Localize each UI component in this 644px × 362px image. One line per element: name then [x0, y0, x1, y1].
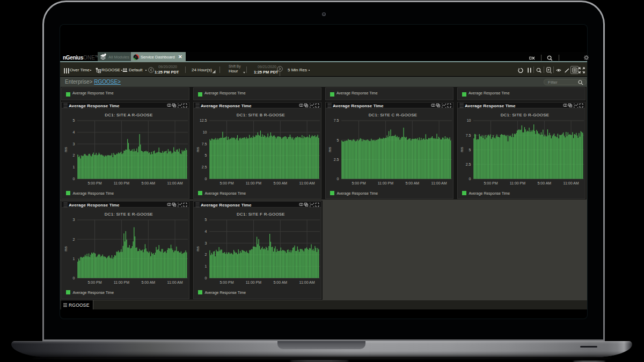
svg-text:0: 0 — [73, 177, 75, 181]
svg-text:DC1: SITE A R-GOOSE: DC1: SITE A R-GOOSE — [105, 113, 152, 117]
svg-text:11:00 PM: 11:00 PM — [114, 280, 130, 284]
svg-text:0: 0 — [205, 276, 207, 280]
svg-text:11:00 PM: 11:00 PM — [378, 181, 394, 185]
svg-text:DC1: SITE B R-GOOSE: DC1: SITE B R-GOOSE — [237, 113, 285, 117]
svg-text:11:00 AM: 11:00 AM — [167, 181, 183, 185]
svg-text:11:00 AM: 11:00 AM — [167, 280, 183, 284]
svg-text:0: 0 — [337, 177, 339, 181]
svg-text:5:00 PM: 5:00 PM — [484, 181, 497, 185]
svg-text:5: 5 — [205, 218, 207, 221]
svg-text:2: 2 — [73, 238, 75, 241]
svg-text:11:00 PM: 11:00 PM — [114, 181, 130, 185]
svg-text:11:00 PM: 11:00 PM — [246, 181, 262, 185]
svg-text:5:00 PM: 5:00 PM — [219, 280, 233, 284]
svg-text:2.5: 2.5 — [202, 165, 207, 169]
svg-text:2.5: 2.5 — [334, 158, 339, 161]
svg-text:11:00 AM: 11:00 AM — [299, 280, 315, 284]
svg-text:4: 4 — [73, 130, 75, 134]
svg-text:7.5: 7.5 — [466, 134, 471, 137]
svg-text:1: 1 — [205, 264, 207, 268]
svg-text:DC1: SITE C R-GOOSE: DC1: SITE C R-GOOSE — [369, 113, 418, 117]
svg-text:2: 2 — [205, 253, 207, 256]
svg-text:5:00 AM: 5:00 AM — [141, 181, 155, 185]
svg-text:3: 3 — [73, 142, 75, 146]
svg-text:0: 0 — [205, 177, 207, 181]
svg-text:4: 4 — [205, 230, 207, 233]
svg-text:11:00 PM: 11:00 PM — [510, 181, 526, 185]
svg-text:5:00 PM: 5:00 PM — [219, 181, 233, 185]
svg-text:Average Response Time: Average Response Time — [205, 191, 246, 196]
svg-text:5:00 AM: 5:00 AM — [405, 181, 419, 185]
svg-text:Average Response Time: Average Response Time — [73, 291, 114, 295]
svg-text:1: 1 — [73, 257, 75, 261]
svg-text:ms: ms — [196, 147, 200, 152]
svg-text:5:00 AM: 5:00 AM — [273, 181, 287, 185]
svg-text:10: 10 — [203, 130, 207, 134]
svg-text:DC1: SITE F R-GOOSE: DC1: SITE F R-GOOSE — [237, 212, 285, 217]
svg-text:12.5: 12.5 — [200, 119, 207, 122]
svg-text:ms: ms — [328, 147, 332, 152]
svg-text:11:00 AM: 11:00 AM — [431, 181, 447, 185]
svg-text:0: 0 — [469, 177, 471, 181]
svg-text:5: 5 — [73, 119, 75, 122]
svg-text:11:00 AM: 11:00 AM — [564, 181, 579, 185]
svg-text:5: 5 — [205, 153, 207, 157]
svg-text:5:00 PM: 5:00 PM — [87, 181, 101, 185]
svg-text:3: 3 — [73, 218, 75, 221]
svg-text:5:00 PM: 5:00 PM — [352, 181, 365, 185]
svg-text:7.5: 7.5 — [334, 119, 339, 122]
svg-text:11:00 AM: 11:00 AM — [299, 181, 315, 185]
svg-text:5:00 AM: 5:00 AM — [273, 280, 287, 284]
svg-text:DC1: SITE E R-GOOSE: DC1: SITE E R-GOOSE — [105, 212, 153, 217]
svg-text:Average Response Time: Average Response Time — [469, 191, 510, 196]
svg-text:5: 5 — [337, 138, 339, 142]
svg-text:2: 2 — [73, 153, 75, 157]
svg-text:ms: ms — [196, 246, 200, 252]
svg-text:DC1: SITE D R-GOOSE: DC1: SITE D R-GOOSE — [501, 113, 550, 117]
svg-text:3: 3 — [205, 241, 207, 245]
svg-text:2.5: 2.5 — [466, 162, 471, 166]
svg-text:ms: ms — [64, 246, 68, 252]
svg-text:Average Response Time: Average Response Time — [205, 291, 246, 295]
svg-text:10: 10 — [467, 119, 471, 122]
svg-text:ms: ms — [460, 147, 464, 152]
svg-text:7.5: 7.5 — [202, 142, 207, 146]
svg-text:ms: ms — [64, 147, 68, 152]
svg-text:1: 1 — [73, 165, 75, 169]
svg-text:5:00 AM: 5:00 AM — [141, 280, 155, 284]
svg-text:5:00 PM: 5:00 PM — [87, 280, 101, 284]
svg-text:5:00 AM: 5:00 AM — [537, 181, 551, 185]
svg-text:Average Response Time: Average Response Time — [73, 191, 114, 196]
svg-text:Average Response Time: Average Response Time — [337, 191, 378, 196]
svg-text:0: 0 — [73, 276, 75, 280]
svg-text:11:00 PM: 11:00 PM — [246, 280, 262, 284]
svg-text:5: 5 — [469, 148, 471, 152]
